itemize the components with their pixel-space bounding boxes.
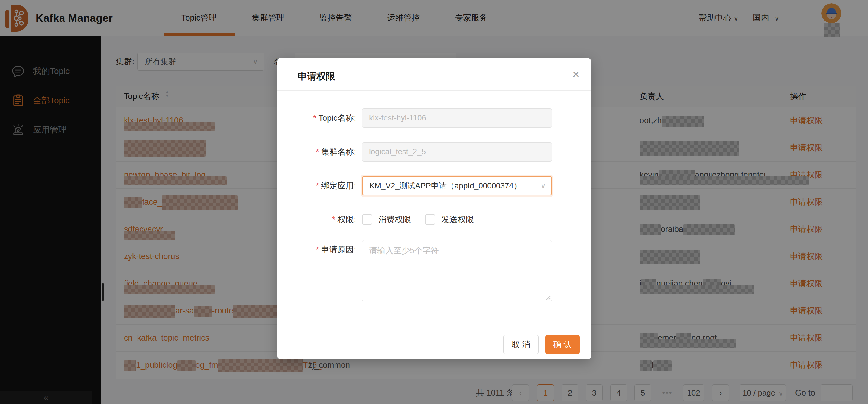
resize-handle-icon[interactable] (545, 295, 551, 300)
close-icon[interactable]: ✕ (572, 69, 580, 80)
field-label-topic: *Topic名称: (277, 108, 356, 128)
required-icon: * (316, 147, 319, 157)
divider (277, 326, 591, 327)
field-label-permission: *权限: (277, 213, 356, 226)
apply-permission-modal: 申请权限 ✕ *Topic名称: klx-test-hyl-1106 *集群名称… (277, 58, 591, 359)
field-label-app: *绑定应用: (277, 176, 356, 195)
required-icon: * (316, 181, 319, 190)
required-icon: * (313, 113, 316, 123)
field-label-reason: *申请原因: (277, 240, 356, 259)
send-permission-checkbox[interactable] (425, 214, 435, 225)
topic-name-input[interactable]: klx-test-hyl-1106 (362, 108, 552, 128)
confirm-button[interactable]: 确 认 (545, 335, 580, 354)
modal-title: 申请权限 (298, 70, 335, 83)
apply-reason-textarea[interactable]: 请输入至少5个字符 (362, 240, 552, 301)
permission-checkbox-group: 消费权限 发送权限 (362, 213, 482, 226)
consume-permission-checkbox[interactable] (362, 214, 372, 225)
required-icon: * (332, 215, 336, 224)
topic-name-placeholder: klx-test-hyl-1106 (369, 113, 426, 122)
bind-app-select[interactable]: KM_V2_测试APP申请（appId_00000374） ∨ (362, 176, 552, 195)
send-permission-label: 发送权限 (441, 214, 474, 225)
divider (277, 90, 591, 91)
reason-placeholder: 请输入至少5个字符 (369, 245, 439, 256)
cluster-name-placeholder: logical_test_2_5 (369, 147, 426, 156)
required-icon: * (316, 245, 319, 254)
consume-permission-label: 消费权限 (378, 214, 411, 225)
field-label-cluster: *集群名称: (277, 142, 356, 162)
cancel-button[interactable]: 取 消 (503, 335, 538, 354)
chevron-down-icon: ∨ (540, 177, 546, 195)
cluster-name-input[interactable]: logical_test_2_5 (362, 142, 552, 162)
